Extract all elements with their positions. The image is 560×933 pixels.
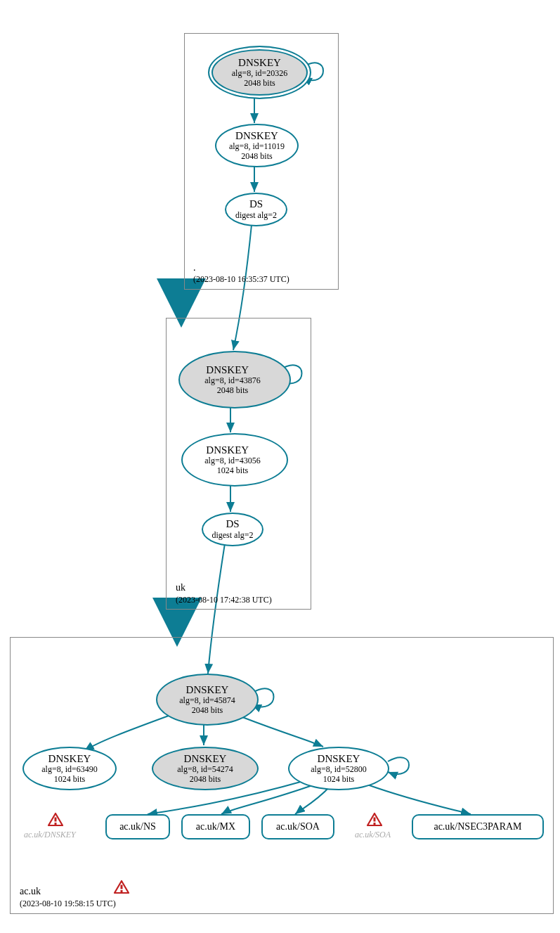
node-sub: alg=8, id=54274 bbox=[177, 765, 233, 775]
uk-label: uk bbox=[176, 582, 185, 593]
node-title: DNSKEY bbox=[206, 444, 259, 456]
node-title: DNSKEY bbox=[235, 130, 278, 142]
node-sub: digest alg=2 bbox=[211, 531, 253, 541]
node-title: DS bbox=[226, 518, 239, 530]
node-sub: alg=8, id=43876 bbox=[204, 376, 261, 386]
node-sub: alg=8, id=63490 bbox=[41, 765, 98, 775]
rr-acuk-nsec3param: ac.uk/NSEC3PARAM bbox=[412, 814, 544, 839]
acuk-dnskey-54274: DNSKEY alg=8, id=54274 2048 bits bbox=[152, 747, 259, 790]
node-title: DNSKEY bbox=[206, 364, 259, 376]
root-timestamp: (2023-08-10 16:35:37 UTC) bbox=[193, 274, 289, 285]
node-sub: 2048 bits bbox=[192, 706, 223, 716]
node-sub: 2048 bits bbox=[217, 386, 248, 396]
node-title: DNSKEY bbox=[318, 753, 360, 765]
node-title: DS bbox=[249, 198, 263, 210]
uk-timestamp: (2023-08-10 17:42:38 UTC) bbox=[176, 595, 272, 605]
acuk-timestamp: (2023-08-10 19:58:15 UTC) bbox=[20, 899, 116, 909]
node-title: DNSKEY bbox=[48, 753, 91, 765]
node-sub: alg=8, id=52800 bbox=[311, 765, 367, 775]
acuk-dnskey-63490: DNSKEY alg=8, id=63490 1024 bits bbox=[22, 747, 117, 790]
node-title: DNSKEY bbox=[238, 57, 281, 69]
acuk-dnskey-45874: DNSKEY alg=8, id=45874 2048 bits bbox=[156, 674, 259, 726]
uk-dnskey-43876: DNSKEY alg=8, id=43876 2048 bits bbox=[178, 351, 291, 408]
rr-label: ac.uk/MX bbox=[196, 821, 235, 832]
uk-ds: DS digest alg=2 bbox=[202, 513, 263, 546]
node-title: DNSKEY bbox=[184, 753, 227, 765]
root-dot-label: . bbox=[193, 262, 196, 274]
ghost-acuk-soa: ac.uk/SOA bbox=[355, 830, 391, 840]
node-sub: 1024 bits bbox=[217, 466, 248, 476]
rr-label: ac.uk/NSEC3PARAM bbox=[434, 821, 521, 832]
rr-acuk-mx: ac.uk/MX bbox=[181, 814, 250, 839]
rr-acuk-ns: ac.uk/NS bbox=[105, 814, 170, 839]
node-sub: alg=8, id=43056 bbox=[204, 456, 261, 466]
rr-label: ac.uk/NS bbox=[119, 821, 156, 832]
rr-label: ac.uk/SOA bbox=[276, 821, 320, 832]
uk-dnskey-43056: DNSKEY alg=8, id=43056 1024 bits bbox=[181, 433, 288, 487]
node-sub: 1024 bits bbox=[54, 775, 85, 785]
node-sub: 2048 bits bbox=[241, 152, 272, 162]
node-sub: alg=8, id=11019 bbox=[229, 142, 285, 152]
root-dnskey-20326: DNSKEY alg=8, id=20326 2048 bits bbox=[208, 46, 311, 99]
ghost-acuk-dnskey: ac.uk/DNSKEY bbox=[24, 830, 76, 840]
node-sub: digest alg=2 bbox=[235, 211, 277, 221]
node-sub: alg=8, id=45874 bbox=[179, 696, 235, 706]
node-title: DNSKEY bbox=[186, 684, 229, 696]
node-sub: 2048 bits bbox=[244, 79, 275, 89]
rr-acuk-soa: ac.uk/SOA bbox=[261, 814, 334, 839]
root-ds: DS digest alg=2 bbox=[225, 193, 287, 226]
acuk-dnskey-52800: DNSKEY alg=8, id=52800 1024 bits bbox=[288, 747, 389, 790]
node-sub: alg=8, id=20326 bbox=[232, 69, 288, 79]
root-dnskey-11019: DNSKEY alg=8, id=11019 2048 bits bbox=[215, 124, 299, 167]
node-sub: 1024 bits bbox=[323, 775, 354, 785]
acuk-label: ac.uk bbox=[20, 886, 41, 897]
node-sub: 2048 bits bbox=[190, 775, 221, 785]
